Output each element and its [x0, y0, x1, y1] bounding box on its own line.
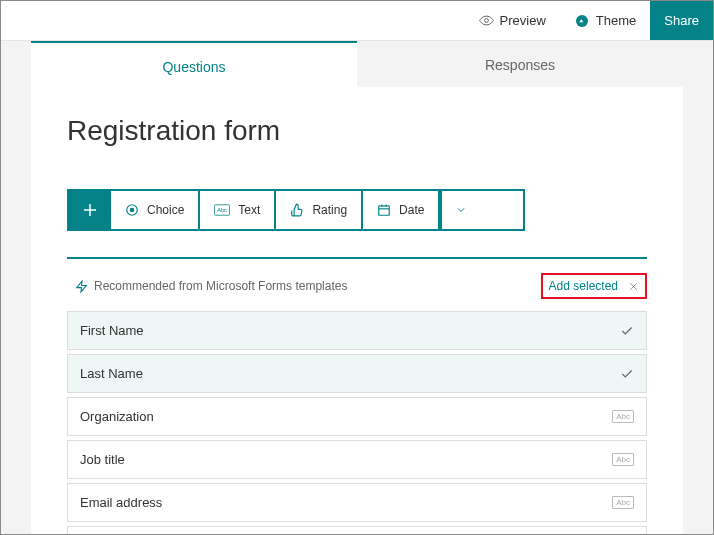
preview-label: Preview	[500, 13, 546, 28]
recommended-panel: Recommended from Microsoft Forms templat…	[67, 257, 647, 535]
chevron-down-icon	[455, 204, 467, 216]
recommended-item-label: Email address	[80, 495, 162, 510]
recommended-header: Recommended from Microsoft Forms templat…	[67, 273, 647, 299]
recommended-item-organization[interactable]: Organization Abc	[67, 397, 647, 436]
theme-label: Theme	[596, 13, 636, 28]
type-rating-button[interactable]: Rating	[276, 191, 363, 229]
text-icon: Abc	[214, 204, 230, 216]
top-toolbar: Preview Theme Share	[1, 1, 713, 41]
plus-icon	[81, 201, 99, 219]
recommended-item-label: Last Name	[80, 366, 143, 381]
calendar-icon	[377, 203, 391, 217]
recommended-item-first-name[interactable]: First Name	[67, 311, 647, 350]
text-type-icon: Abc	[612, 410, 634, 423]
text-type-icon: Abc	[612, 496, 634, 509]
recommended-header-text: Recommended from Microsoft Forms templat…	[94, 279, 347, 293]
add-question-button[interactable]	[69, 191, 111, 229]
form-title[interactable]: Registration form	[67, 115, 647, 147]
recommended-item-email[interactable]: Email address Abc	[67, 483, 647, 522]
recommended-actions: Add selected	[541, 273, 647, 299]
recommended-item-label: Job title	[80, 452, 125, 467]
theme-button[interactable]: Theme	[560, 1, 650, 40]
text-type-icon: Abc	[612, 453, 634, 466]
question-type-bar: Choice Abc Text Rating Date	[67, 189, 525, 231]
check-icon	[620, 324, 634, 338]
radio-icon	[125, 203, 139, 217]
add-selected-button[interactable]: Add selected	[549, 279, 618, 293]
bolt-icon	[75, 280, 88, 293]
share-button[interactable]: Share	[650, 1, 713, 40]
check-icon	[620, 367, 634, 381]
svg-point-5	[130, 208, 135, 213]
theme-icon	[574, 13, 590, 29]
preview-button[interactable]: Preview	[465, 1, 560, 40]
type-date-label: Date	[399, 203, 424, 217]
type-choice-button[interactable]: Choice	[111, 191, 200, 229]
svg-rect-8	[379, 206, 390, 215]
recommended-item-job-title[interactable]: Job title Abc	[67, 440, 647, 479]
svg-marker-12	[77, 281, 87, 292]
type-text-button[interactable]: Abc Text	[200, 191, 276, 229]
type-text-label: Text	[238, 203, 260, 217]
type-choice-label: Choice	[147, 203, 184, 217]
type-date-button[interactable]: Date	[363, 191, 440, 229]
eye-icon	[479, 13, 494, 28]
tab-questions[interactable]: Questions	[31, 41, 357, 87]
recommended-item-label: First Name	[80, 323, 144, 338]
tab-responses[interactable]: Responses	[357, 41, 683, 87]
svg-text:Abc: Abc	[218, 207, 228, 213]
form-canvas: Registration form Choice Abc Text Rating	[31, 87, 683, 535]
close-recommended-button[interactable]	[628, 281, 639, 292]
close-icon	[628, 281, 639, 292]
thumbs-up-icon	[290, 203, 304, 217]
type-rating-label: Rating	[312, 203, 347, 217]
svg-point-0	[484, 19, 488, 23]
tab-row: Questions Responses	[31, 41, 683, 87]
recommended-item-label: Organization	[80, 409, 154, 424]
type-more-button[interactable]	[440, 191, 480, 229]
recommended-item-last-name[interactable]: Last Name	[67, 354, 647, 393]
recommended-item-comments[interactable]: Questions or comments Abc	[67, 526, 647, 535]
share-label: Share	[664, 13, 699, 28]
